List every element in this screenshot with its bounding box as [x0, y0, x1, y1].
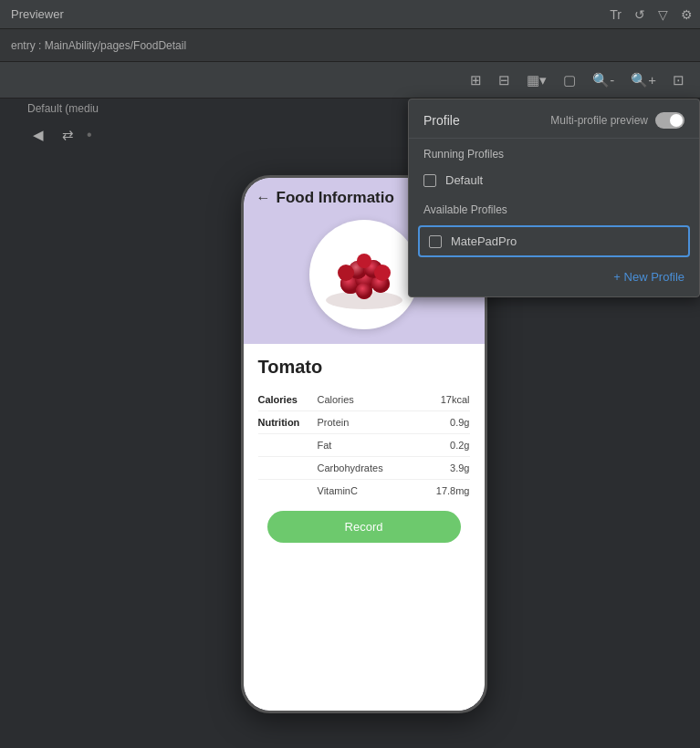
available-profiles-title: Available Profiles [409, 194, 699, 222]
frame-icon[interactable]: ▢ [559, 69, 580, 91]
preview-device-row: Default (mediu [27, 102, 99, 115]
nutrient-label: VitaminC [318, 485, 436, 496]
profile-panel-header: Profile Multi-profile preview [409, 99, 699, 139]
profile-title: Profile [423, 113, 550, 128]
svg-point-15 [357, 254, 371, 268]
main-area: Default (mediu ◀ ⇄ • ← Food Informatio [0, 99, 700, 748]
refresh-icon[interactable]: ↺ [634, 7, 645, 22]
food-header-top: ← Food Informatio [256, 189, 394, 207]
zoom-in-icon[interactable]: 🔍+ [626, 69, 661, 91]
food-name: Tomato [258, 357, 470, 378]
multi-profile-toggle[interactable] [655, 112, 684, 129]
profile-panel: Profile Multi-profile preview Running Pr… [408, 99, 700, 297]
default-profile-label: Default [445, 173, 483, 187]
default-profile-item[interactable]: Default [409, 166, 699, 194]
table-row: Carbohydrates 3.9g [258, 457, 470, 480]
nutrient-label: Protein [318, 417, 451, 428]
nutrient-value: 17kcal [441, 394, 470, 405]
nutrient-label: Carbohydrates [318, 462, 451, 473]
nav-separator: • [87, 127, 92, 143]
svg-point-14 [374, 265, 391, 281]
nutrient-label: Calories [318, 394, 441, 405]
nutrient-value: 17.8mg [436, 485, 470, 496]
table-row: Nutrition Protein 0.9g [258, 411, 470, 434]
food-image-svg [319, 229, 410, 320]
nutrient-value: 0.2g [450, 440, 469, 451]
nutrient-value: 3.9g [450, 462, 469, 473]
zoom-out-icon[interactable]: 🔍- [588, 69, 619, 91]
fullscreen-icon[interactable]: ⊡ [668, 69, 689, 91]
matepadpro-profile-label: MatePadPro [451, 234, 517, 248]
nav-prev-btn[interactable]: ◀ [27, 124, 49, 146]
toolbar: ⊞ ⊟ ▦▾ ▢ 🔍- 🔍+ ⊡ [0, 62, 700, 99]
nutrient-value: 0.9g [450, 417, 469, 428]
svg-point-12 [356, 283, 372, 299]
app-title: Previewer [11, 7, 64, 21]
text-icon[interactable]: Tr [610, 7, 622, 22]
breadcrumb: entry : MainAbility/pages/FoodDetail [0, 29, 700, 62]
multi-profile-label: Multi-profile preview [550, 114, 648, 127]
nutrient-label: Fat [318, 440, 451, 451]
table-row: VitaminC 17.8mg [258, 480, 470, 502]
record-button[interactable]: Record [267, 511, 461, 543]
food-content: Tomato Calories Calories 17kcal Nutritio… [244, 344, 485, 711]
preview-nav: ◀ ⇄ • [27, 124, 92, 146]
titlebar-icons: Tr ↺ ▽ ⚙ [610, 7, 693, 22]
table-row: Fat 0.2g [258, 434, 470, 457]
settings-icon[interactable]: ⚙ [681, 7, 693, 22]
titlebar: Previewer Tr ↺ ▽ ⚙ [0, 0, 700, 29]
food-nutrition-table: Calories Calories 17kcal Nutrition Prote… [258, 389, 470, 502]
toolbar-right: ⊞ ⊟ ▦▾ ▢ 🔍- 🔍+ ⊡ [465, 69, 689, 91]
table-row: Calories Calories 17kcal [258, 389, 470, 411]
running-profiles-title: Running Profiles [409, 139, 699, 166]
category-label: Calories [258, 394, 318, 405]
stack-icon[interactable]: ⊟ [494, 69, 515, 91]
matepadpro-profile-item[interactable]: MatePadPro [418, 225, 690, 257]
svg-point-13 [338, 265, 354, 281]
back-arrow-icon[interactable]: ← [256, 190, 271, 206]
category-label: Nutrition [258, 417, 318, 428]
default-profile-checkbox[interactable] [423, 174, 436, 187]
food-page-title: Food Informatio [277, 189, 394, 207]
toggle-knob [670, 114, 683, 127]
device-label: Default (mediu [27, 102, 99, 115]
grid-icon[interactable]: ▦▾ [522, 69, 551, 91]
new-profile-link[interactable]: + New Profile [613, 270, 684, 284]
layers-icon[interactable]: ⊞ [465, 69, 486, 91]
new-profile-link-area: + New Profile [409, 261, 699, 296]
breadcrumb-path: entry : MainAbility/pages/FoodDetail [11, 39, 186, 52]
nav-rotate-btn[interactable]: ⇄ [57, 124, 79, 146]
filter-icon[interactable]: ▽ [658, 7, 668, 22]
food-image-circle [309, 220, 419, 329]
matepadpro-profile-checkbox[interactable] [429, 235, 442, 248]
